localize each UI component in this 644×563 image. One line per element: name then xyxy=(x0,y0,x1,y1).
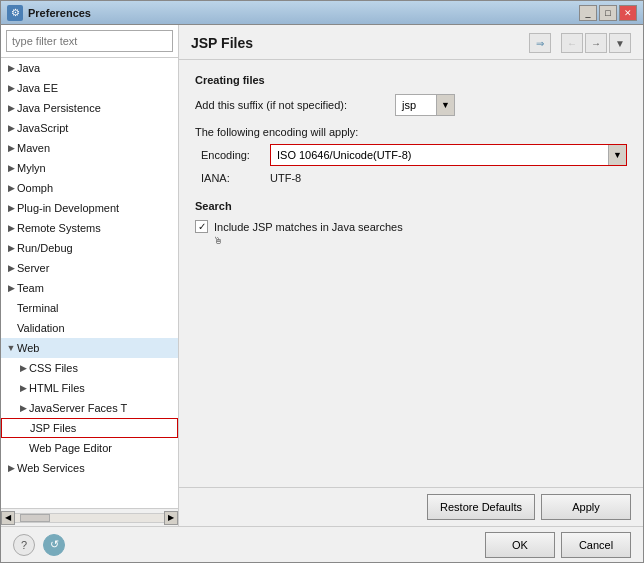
sidebar-item-javascript[interactable]: ▶ JavaScript xyxy=(1,118,178,138)
sidebar-item-label: Web Page Editor xyxy=(29,442,112,454)
sidebar-item-team[interactable]: ▶ Team xyxy=(1,278,178,298)
sidebar-item-label: Java EE xyxy=(17,82,58,94)
arrow-icon: ▶ xyxy=(5,82,17,94)
arrow-icon: ▶ xyxy=(5,182,17,194)
sidebar-item-remote-systems[interactable]: ▶ Remote Systems xyxy=(1,218,178,238)
sidebar-item-web-services[interactable]: ▶ Web Services xyxy=(1,458,178,478)
filter-input[interactable] xyxy=(6,30,173,52)
sidebar-item-validation[interactable]: ▶ Validation xyxy=(1,318,178,338)
arrow-icon: ▶ xyxy=(5,142,17,154)
sidebar-item-label: CSS Files xyxy=(29,362,78,374)
sidebar-item-label: JavaScript xyxy=(17,122,68,134)
back-button[interactable]: ← xyxy=(561,33,583,53)
sidebar-item-java[interactable]: ▶ Java xyxy=(1,58,178,78)
sidebar-item-label: Mylyn xyxy=(17,162,46,174)
arrow-icon: ▶ xyxy=(5,162,17,174)
sidebar-item-label: Java Persistence xyxy=(17,102,101,114)
sidebar-item-web-page-editor[interactable]: ▶ Web Page Editor xyxy=(1,438,178,458)
sidebar-inner: ▶ Java ▶ Java EE ▶ Java Persistence ▶ Ja… xyxy=(1,58,178,508)
main-panel: JSP Files ⇒ ← → ▼ Creating files Add thi… xyxy=(179,25,643,526)
main-content: Creating files Add this suffix (if not s… xyxy=(179,60,643,487)
help-button[interactable]: ? xyxy=(13,534,35,556)
iana-value: UTF-8 xyxy=(270,172,301,184)
sidebar: ▶ Java ▶ Java EE ▶ Java Persistence ▶ Ja… xyxy=(1,25,179,526)
filter-bar xyxy=(1,25,178,58)
sidebar-item-label: Team xyxy=(17,282,44,294)
suffix-input-wrapper: jsp ▼ xyxy=(395,94,455,116)
expand-icon: ▼ xyxy=(5,342,17,354)
cursor-indicator: 🖱 xyxy=(213,235,627,246)
encoding-label: Encoding: xyxy=(195,149,270,161)
scroll-right-button[interactable]: ▶ xyxy=(164,511,178,525)
creating-files-section-title: Creating files xyxy=(195,74,627,86)
preferences-window: ⚙ Preferences _ □ ✕ ▶ Java xyxy=(0,0,644,563)
sidebar-item-label: Validation xyxy=(17,322,65,334)
suffix-value: jsp xyxy=(396,99,436,111)
cancel-button[interactable]: Cancel xyxy=(561,532,631,558)
search-section-title: Search xyxy=(195,200,627,212)
encoding-row: Encoding: ISO 10646/Unicode(UTF-8) ▼ xyxy=(195,144,627,166)
sidebar-item-css-files[interactable]: ▶ CSS Files xyxy=(1,358,178,378)
info-button[interactable]: ↺ xyxy=(43,534,65,556)
sidebar-item-label: Remote Systems xyxy=(17,222,101,234)
sidebar-item-plugin-development[interactable]: ▶ Plug-in Development xyxy=(1,198,178,218)
sidebar-item-javaserver-faces[interactable]: ▶ JavaServer Faces T xyxy=(1,398,178,418)
sidebar-item-terminal[interactable]: ▶ Terminal xyxy=(1,298,178,318)
maximize-button[interactable]: □ xyxy=(599,5,617,21)
sidebar-item-jsp-files[interactable]: ▶ JSP Files xyxy=(1,418,178,438)
sidebar-item-label: Oomph xyxy=(17,182,53,194)
sidebar-item-java-ee[interactable]: ▶ Java EE xyxy=(1,78,178,98)
search-section: Search Include JSP matches in Java searc… xyxy=(195,200,627,246)
encoding-input-wrapper: ISO 10646/Unicode(UTF-8) ▼ xyxy=(270,144,627,166)
arrow-icon: ▶ xyxy=(5,282,17,294)
scroll-left-button[interactable]: ◀ xyxy=(1,511,15,525)
restore-defaults-button[interactable]: Restore Defaults xyxy=(427,494,535,520)
content-area: ▶ Java ▶ Java EE ▶ Java Persistence ▶ Ja… xyxy=(1,25,643,526)
sidebar-horizontal-scrollbar[interactable]: ◀ ▶ xyxy=(1,508,178,526)
sidebar-item-maven[interactable]: ▶ Maven xyxy=(1,138,178,158)
page-title: JSP Files xyxy=(191,35,253,51)
sidebar-item-label: Plug-in Development xyxy=(17,202,119,214)
sidebar-item-run-debug[interactable]: ▶ Run/Debug xyxy=(1,238,178,258)
include-jsp-checkbox[interactable] xyxy=(195,220,208,233)
title-bar: ⚙ Preferences _ □ ✕ xyxy=(1,1,643,25)
scrollbar-track[interactable] xyxy=(15,513,164,523)
panel-footer: Restore Defaults Apply xyxy=(179,487,643,526)
window-footer: ? ↺ OK Cancel xyxy=(1,526,643,562)
encoding-section-label: The following encoding will apply: xyxy=(195,126,627,138)
sidebar-item-label: HTML Files xyxy=(29,382,85,394)
apply-button[interactable]: Apply xyxy=(541,494,631,520)
arrow-icon: ▶ xyxy=(5,222,17,234)
encoding-dropdown-button[interactable]: ▼ xyxy=(608,145,626,165)
forward-button[interactable]: → xyxy=(585,33,607,53)
title-bar-buttons: _ □ ✕ xyxy=(579,5,637,21)
dialog-buttons: OK Cancel xyxy=(485,532,631,558)
encoding-value: ISO 10646/Unicode(UTF-8) xyxy=(271,149,608,161)
suffix-row: Add this suffix (if not specified): jsp … xyxy=(195,94,627,116)
sidebar-item-java-persistence[interactable]: ▶ Java Persistence xyxy=(1,98,178,118)
sidebar-item-oomph[interactable]: ▶ Oomph xyxy=(1,178,178,198)
arrow-icon: ▶ xyxy=(5,62,17,74)
include-jsp-label: Include JSP matches in Java searches xyxy=(214,221,403,233)
close-button[interactable]: ✕ xyxy=(619,5,637,21)
sidebar-item-mylyn[interactable]: ▶ Mylyn xyxy=(1,158,178,178)
sidebar-item-label: Run/Debug xyxy=(17,242,73,254)
sidebar-item-label: JSP Files xyxy=(30,422,76,434)
iana-label: IANA: xyxy=(195,172,270,184)
minimize-button[interactable]: _ xyxy=(579,5,597,21)
ok-button[interactable]: OK xyxy=(485,532,555,558)
arrow-icon: ▶ xyxy=(5,242,17,254)
sidebar-item-web[interactable]: ▼ Web xyxy=(1,338,178,358)
sidebar-item-server[interactable]: ▶ Server xyxy=(1,258,178,278)
tree-list: ▶ Java ▶ Java EE ▶ Java Persistence ▶ Ja… xyxy=(1,58,178,508)
window-title: Preferences xyxy=(28,7,574,19)
nav-arrow-button[interactable]: ⇒ xyxy=(529,33,551,53)
nav-buttons: ⇒ ← → ▼ xyxy=(529,33,631,53)
scrollbar-thumb[interactable] xyxy=(20,514,50,522)
nav-dropdown-button[interactable]: ▼ xyxy=(609,33,631,53)
arrow-icon: ▶ xyxy=(5,202,17,214)
arrow-icon: ▶ xyxy=(5,462,17,474)
sidebar-item-label: Web Services xyxy=(17,462,85,474)
sidebar-item-html-files[interactable]: ▶ HTML Files xyxy=(1,378,178,398)
suffix-dropdown-button[interactable]: ▼ xyxy=(436,95,454,115)
